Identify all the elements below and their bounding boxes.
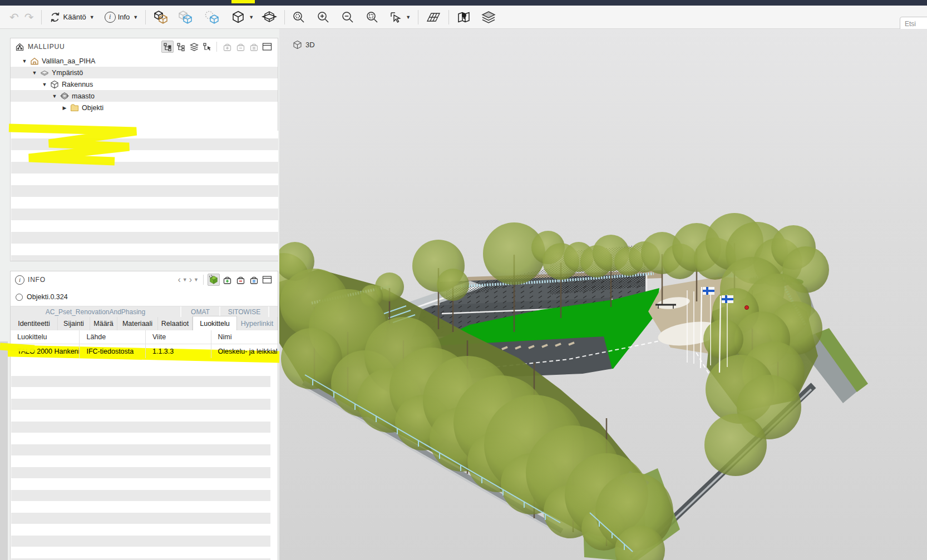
- model-tree-icon: [15, 42, 24, 52]
- next-dropdown-icon[interactable]: ▼: [194, 277, 199, 283]
- basket-set-button-disabled[interactable]: [248, 41, 260, 53]
- layers-button[interactable]: [478, 8, 499, 26]
- grid-plane-icon: [426, 11, 441, 24]
- rotate-icon: [49, 11, 61, 23]
- tree-layers-icon: [190, 43, 199, 51]
- basket-plus-icon: [222, 275, 233, 285]
- expand-caret-icon[interactable]: ▼: [32, 70, 37, 76]
- tree-item-vallilan-aa-piha[interactable]: ▼ Vallilan_aa_PIHA: [11, 55, 278, 67]
- selected-object-row[interactable]: Objekti.0.324: [11, 288, 278, 306]
- pset-tab-label: AC_Pset_RenovationAndPhasing: [46, 308, 145, 316]
- redo-button[interactable]: ↷: [22, 10, 37, 24]
- zoom-in-button[interactable]: [314, 9, 333, 26]
- tab-maara[interactable]: Määrä: [90, 317, 117, 330]
- tree-item-rakennus[interactable]: ▼ Rakennus: [11, 78, 278, 90]
- zoom-out-button[interactable]: [338, 9, 357, 26]
- zoom-extents-icon: [292, 11, 305, 24]
- tab-label: Sijainti: [63, 320, 84, 328]
- highlighter-mark-titlebar: [231, 0, 255, 3]
- info-label: Info: [118, 13, 130, 21]
- panel-layout-icon: [262, 42, 272, 51]
- zoom-window-button[interactable]: [363, 9, 382, 26]
- map-pin-icon: [456, 10, 471, 24]
- grid-plane-button[interactable]: [423, 9, 444, 26]
- panel-layout-button[interactable]: [261, 41, 273, 53]
- rotate-mode-button[interactable]: Kääntö ▼: [46, 9, 97, 25]
- tree-item-ymparisto[interactable]: ▼ Ympäristö: [11, 67, 278, 78]
- basket-equals-icon: [249, 275, 259, 285]
- column-header[interactable]: Lähde: [80, 330, 146, 344]
- isolate-object-button[interactable]: [201, 8, 223, 26]
- view-cube-button[interactable]: ▼: [228, 8, 257, 26]
- terrain-section-icon: [60, 92, 69, 101]
- tab-hyperlinkit[interactable]: Hyperlinkit: [237, 317, 278, 330]
- expand-caret-icon[interactable]: ▼: [42, 82, 47, 87]
- panel-layout-button[interactable]: [261, 274, 273, 286]
- undo-button[interactable]: ↶: [7, 10, 22, 24]
- pset-tab-label: SITOWISE: [228, 308, 260, 316]
- property-set-tabs: AC_Pset_RenovationAndPhasing OMAT SITOWI…: [11, 306, 278, 317]
- tree-view-flat-button[interactable]: [175, 41, 187, 53]
- cell-lahde: IFC-tiedostosta: [80, 344, 146, 358]
- cube-icon: [231, 10, 245, 24]
- section-plane-button[interactable]: [259, 8, 280, 26]
- environment-icon: [40, 68, 49, 77]
- tree-hierarchy-icon: [164, 43, 172, 51]
- prev-dropdown-icon[interactable]: ▼: [183, 277, 188, 283]
- tree-selection-icon: [203, 43, 212, 51]
- basket-add-button[interactable]: [221, 274, 233, 286]
- next-object-button[interactable]: ›: [189, 276, 192, 284]
- viewport-3d[interactable]: 3D: [279, 29, 927, 560]
- cube-pair-gray-blue-icon: [177, 10, 193, 24]
- tree-item-label: Objekti: [82, 104, 103, 112]
- tree-view-layers-button[interactable]: [188, 41, 200, 53]
- info-mode-button[interactable]: i Info ▼: [102, 10, 141, 24]
- tab-materiaali[interactable]: Materiaali: [117, 317, 158, 330]
- view-dropdown-icon: ▼: [249, 14, 254, 20]
- column-header[interactable]: Viite: [146, 330, 211, 344]
- tab-ac-pset-renovationandphasing[interactable]: AC_Pset_RenovationAndPhasing: [11, 306, 181, 317]
- tab-sijainti[interactable]: Sijainti: [58, 317, 90, 330]
- model-tree-panel: MALLIPUU: [10, 38, 278, 261]
- map-location-button[interactable]: [453, 8, 474, 26]
- basket-plus-icon: [222, 42, 233, 52]
- basket-add-button-disabled[interactable]: [221, 41, 233, 53]
- hide-object-button[interactable]: [175, 8, 196, 26]
- tree-flat-icon: [177, 43, 185, 51]
- tab-luokittelu-active[interactable]: Luokittelu: [193, 316, 237, 330]
- tree-item-label: Ympäristö: [52, 69, 83, 77]
- info-icon: i: [105, 12, 116, 23]
- tree-item-maasto[interactable]: ▼ maasto: [11, 90, 278, 102]
- tree-view-selection-button[interactable]: [201, 41, 214, 53]
- table-row[interactable]: TALO 2000 Hankeni... IFC-tiedostosta 1.1…: [11, 344, 278, 358]
- expand-caret-icon[interactable]: ▼: [22, 58, 27, 64]
- cell-luokittelu: TALO 2000 Hankeni...: [11, 344, 80, 358]
- basket-set-button[interactable]: [248, 274, 260, 286]
- redo-icon: ↷: [24, 12, 34, 23]
- rotate-label: Kääntö: [63, 13, 86, 21]
- header-separator: [203, 275, 204, 285]
- main-toolbar: ↶ ↷ Kääntö ▼ i Info ▼: [0, 6, 927, 29]
- rotate-dropdown-icon: ▼: [90, 14, 95, 20]
- basket-remove-button[interactable]: [234, 274, 246, 286]
- expand-caret-icon[interactable]: ▼: [52, 93, 57, 99]
- column-header[interactable]: Nimi: [211, 330, 278, 344]
- zoom-extents-button[interactable]: [289, 9, 308, 26]
- classification-table: Luokittelu Lähde Viite Nimi TALO 2000 Ha…: [11, 330, 278, 358]
- tab-relaatiot[interactable]: Relaatiot: [158, 317, 193, 330]
- toolbar-separator: [284, 10, 285, 24]
- column-header[interactable]: Luokittelu: [11, 330, 80, 344]
- show-all-objects-button[interactable]: [150, 8, 171, 26]
- select-tool-button[interactable]: ▼: [386, 9, 413, 26]
- tree-item-objekti[interactable]: ▶ Objekti: [11, 102, 278, 113]
- basket-remove-button-disabled[interactable]: [234, 41, 246, 53]
- prev-object-button[interactable]: ‹: [178, 276, 181, 284]
- show-in-3d-button[interactable]: [208, 274, 220, 286]
- section-cube-icon: [262, 10, 277, 24]
- left-scroll-strip[interactable]: [0, 341, 8, 560]
- model-tree-list: ▼ Vallilan_aa_PIHA ▼ Ympäristö ▼ Rakennu…: [11, 55, 278, 113]
- tab-identiteetti[interactable]: Identiteetti: [11, 317, 58, 330]
- tree-view-hierarchy-button[interactable]: [161, 41, 174, 53]
- select-arrow-icon: [389, 11, 402, 24]
- collapsed-caret-icon[interactable]: ▶: [62, 105, 67, 111]
